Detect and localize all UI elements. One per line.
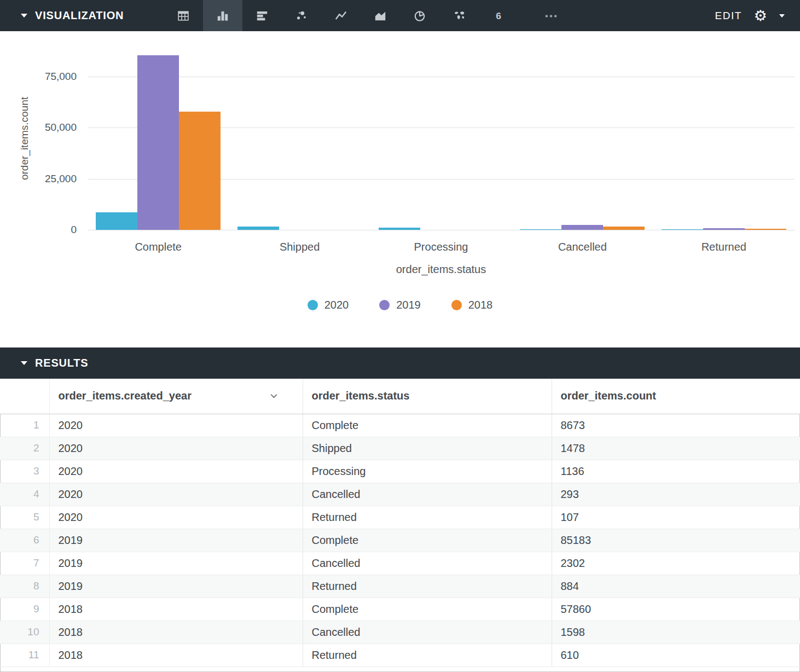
results-collapse-toggle[interactable]: RESULTS <box>0 357 88 369</box>
cell-status[interactable]: Complete <box>303 598 552 621</box>
scatter-icon <box>294 9 309 23</box>
cell-count[interactable]: 2302 <box>552 552 800 575</box>
cell-status[interactable]: Returned <box>303 575 552 598</box>
cell-status[interactable]: Returned <box>303 506 552 529</box>
bar-2018-cancelled[interactable] <box>603 227 645 230</box>
x-tick-label: Complete <box>98 241 218 253</box>
cell-created-year[interactable]: 2020 <box>49 437 303 460</box>
cell-count[interactable]: 293 <box>552 483 800 506</box>
cell-status[interactable]: Complete <box>303 414 552 437</box>
cell-status[interactable]: Processing <box>303 460 552 483</box>
horizontal-bar-icon <box>255 9 269 23</box>
column-label: order_items.status <box>312 390 410 402</box>
cell-created-year[interactable]: 2020 <box>49 414 303 437</box>
bar-chart-icon <box>216 9 230 23</box>
bar-2018-complete[interactable] <box>179 112 221 230</box>
bar-2019-returned[interactable] <box>703 228 745 230</box>
legend-item-2020[interactable]: 2020 <box>308 299 349 311</box>
table-row: 22020Shipped1478 <box>0 437 800 460</box>
legend-item-2018[interactable]: 2018 <box>451 299 493 311</box>
cell-status[interactable]: Returned <box>303 644 552 667</box>
column-header-created-year[interactable]: order_items.created_year <box>49 379 303 414</box>
results-header-bar: RESULTS <box>0 347 800 379</box>
collapse-caret-icon <box>21 361 27 365</box>
column-header-status[interactable]: order_items.status <box>303 379 552 414</box>
viz-type-bar-chart[interactable] <box>203 0 242 31</box>
viz-type-pie-chart[interactable] <box>400 0 439 31</box>
cell-created-year[interactable]: 2018 <box>49 644 303 667</box>
svg-text:6: 6 <box>496 10 501 21</box>
cell-created-year[interactable]: 2018 <box>49 598 303 621</box>
line-chart-icon <box>334 9 348 23</box>
cell-count[interactable]: 1136 <box>552 460 800 483</box>
cell-status[interactable]: Complete <box>303 529 552 552</box>
viz-type-single-value[interactable]: 6 <box>479 0 518 31</box>
viz-type-map[interactable] <box>439 0 479 31</box>
viz-type-more[interactable] <box>531 0 571 31</box>
row-number: 2 <box>0 437 49 460</box>
cell-status[interactable]: Cancelled <box>303 552 552 575</box>
viz-type-line-chart[interactable] <box>321 0 361 31</box>
row-number: 3 <box>0 460 49 483</box>
cell-count[interactable]: 1478 <box>552 437 800 460</box>
visualization-collapse-toggle[interactable]: VISUALIZATION <box>0 9 124 22</box>
row-number: 11 <box>0 644 49 667</box>
cell-count[interactable]: 107 <box>552 506 800 529</box>
bar-2020-processing[interactable] <box>379 228 420 230</box>
bar-2020-cancelled[interactable] <box>520 229 561 230</box>
cell-created-year[interactable]: 2019 <box>49 552 303 575</box>
table-row: 92018Complete57860 <box>0 598 800 621</box>
viz-type-scatter[interactable] <box>282 0 321 31</box>
cell-count[interactable]: 1598 <box>552 621 800 644</box>
viz-type-horizontal-bar[interactable] <box>242 0 282 31</box>
x-axis-label: order_items.status <box>88 263 795 276</box>
table-row: 52020Returned107 <box>0 506 800 529</box>
single-value-icon: 6 <box>491 9 506 23</box>
cell-created-year[interactable]: 2020 <box>49 506 303 529</box>
gridline <box>88 77 795 77</box>
cell-created-year[interactable]: 2020 <box>49 483 303 506</box>
bar-2020-returned[interactable] <box>662 229 703 230</box>
table-row: 72019Cancelled2302 <box>0 552 800 575</box>
cell-count[interactable]: 8673 <box>552 414 800 437</box>
edit-button[interactable]: EDIT <box>715 10 742 22</box>
table-row: 32020Processing1136 <box>0 460 800 483</box>
bar-2020-complete[interactable] <box>96 212 137 230</box>
cell-count[interactable]: 884 <box>552 575 800 598</box>
cell-created-year[interactable]: 2018 <box>49 621 303 644</box>
y-tick-label: 75,000 <box>16 69 77 84</box>
cell-created-year[interactable]: 2019 <box>49 529 303 552</box>
cell-created-year[interactable]: 2020 <box>49 460 303 483</box>
table-row: 62019Complete85183 <box>0 529 800 552</box>
bar-chart-panel: order_items.count order_items.status 202… <box>0 31 800 347</box>
cell-status[interactable]: Shipped <box>303 437 552 460</box>
viz-type-area-chart[interactable] <box>361 0 400 31</box>
x-tick-label: Cancelled <box>522 241 642 253</box>
row-number: 8 <box>0 575 49 598</box>
viz-type-table[interactable] <box>164 0 203 31</box>
table-row: 82019Returned884 <box>0 575 800 598</box>
sort-desc-icon[interactable] <box>269 391 279 401</box>
cell-count[interactable]: 85183 <box>552 529 800 552</box>
gear-icon[interactable]: ⚙ <box>754 8 767 23</box>
legend-item-2019[interactable]: 2019 <box>379 299 421 311</box>
table-row: 102018Cancelled1598 <box>0 621 800 644</box>
area-chart-icon <box>373 9 387 23</box>
bar-2019-cancelled[interactable] <box>561 225 603 230</box>
legend-swatch-2020 <box>308 300 318 310</box>
cell-status[interactable]: Cancelled <box>303 621 552 644</box>
cell-created-year[interactable]: 2019 <box>49 575 303 598</box>
cell-count[interactable]: 57860 <box>552 598 800 621</box>
column-header-count[interactable]: order_items.count <box>552 379 800 414</box>
y-tick-label: 50,000 <box>16 120 77 135</box>
settings-caret-icon[interactable] <box>779 14 785 18</box>
table-row: 42020Cancelled293 <box>0 483 800 506</box>
app-window: VISUALIZATION 6 EDIT ⚙ order_items.count… <box>0 0 800 672</box>
bar-2019-complete[interactable] <box>137 55 179 230</box>
bar-2020-shipped[interactable] <box>237 227 279 230</box>
bar-2018-returned[interactable] <box>745 229 786 230</box>
cell-status[interactable]: Cancelled <box>303 483 552 506</box>
table-row: 12020Complete8673 <box>0 414 800 437</box>
row-number: 10 <box>0 621 49 644</box>
cell-count[interactable]: 610 <box>552 644 800 667</box>
